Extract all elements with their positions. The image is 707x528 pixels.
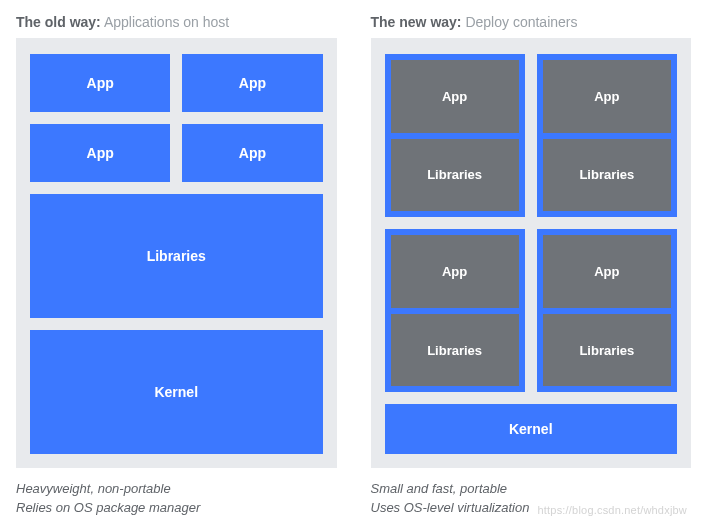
old-kernel-block: Kernel (30, 330, 323, 454)
old-app-block: App (182, 54, 322, 112)
old-app-block: App (182, 124, 322, 182)
old-way-heading-bold: The old way: (16, 14, 101, 30)
old-way-caption: Heavyweight, non-portable Relies on OS p… (16, 480, 337, 518)
container-app: App (391, 60, 519, 133)
container-block: App Libraries (385, 54, 525, 217)
container-libraries: Libraries (391, 314, 519, 387)
container-libraries: Libraries (543, 139, 671, 212)
old-caption-line: Heavyweight, non-portable (16, 480, 337, 499)
container-block: App Libraries (537, 229, 677, 392)
container-grid: App Libraries App Libraries App Librarie… (385, 54, 678, 392)
container-libraries: Libraries (391, 139, 519, 212)
container-app: App (543, 60, 671, 133)
container-libraries: Libraries (543, 314, 671, 387)
old-app-block: App (30, 124, 170, 182)
old-app-row-2: App App (30, 124, 323, 182)
container-block: App Libraries (385, 229, 525, 392)
old-way-heading: The old way: Applications on host (16, 14, 337, 30)
old-way-heading-rest: Applications on host (104, 14, 229, 30)
old-app-row-1: App App (30, 54, 323, 112)
old-app-block: App (30, 54, 170, 112)
new-kernel-block: Kernel (385, 404, 678, 454)
container-app: App (543, 235, 671, 308)
new-caption-line: Uses OS-level virtualization (371, 499, 692, 518)
new-caption-line: Small and fast, portable (371, 480, 692, 499)
container-block: App Libraries (537, 54, 677, 217)
new-way-caption: Small and fast, portable Uses OS-level v… (371, 480, 692, 518)
container-app: App (391, 235, 519, 308)
new-way-heading-rest: Deploy containers (465, 14, 577, 30)
old-caption-line: Relies on OS package manager (16, 499, 337, 518)
new-way-panel: App Libraries App Libraries App Librarie… (371, 38, 692, 468)
old-way-column: The old way: Applications on host App Ap… (16, 14, 337, 518)
new-way-column: The new way: Deploy containers App Libra… (371, 14, 692, 518)
new-way-heading-bold: The new way: (371, 14, 462, 30)
old-way-panel: App App App App Libraries Kernel (16, 38, 337, 468)
old-libraries-block: Libraries (30, 194, 323, 318)
new-way-heading: The new way: Deploy containers (371, 14, 692, 30)
